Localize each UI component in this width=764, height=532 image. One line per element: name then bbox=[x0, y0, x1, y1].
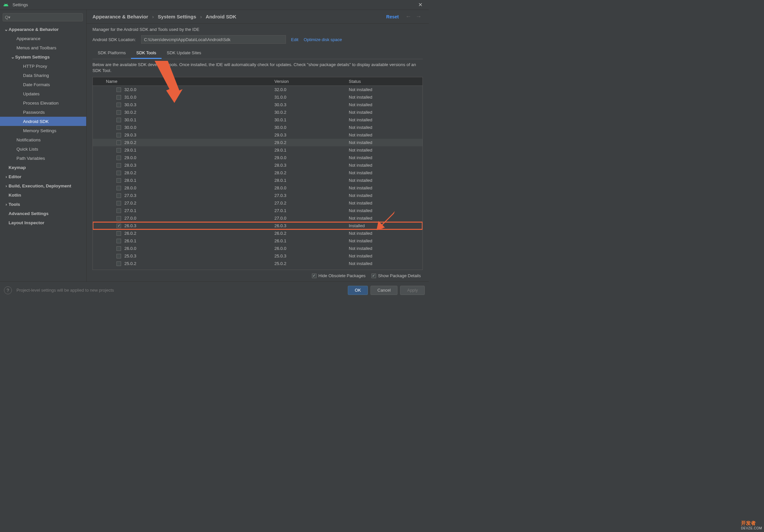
table-row[interactable]: 25.0.325.0.3Not installed bbox=[93, 252, 423, 260]
sidebar-item[interactable]: Advanced Settings bbox=[0, 209, 86, 218]
table-row[interactable]: 25.0.225.0.2Not installed bbox=[93, 260, 423, 267]
row-checkbox[interactable] bbox=[116, 261, 121, 266]
sdk-location-input[interactable] bbox=[141, 35, 286, 44]
row-checkbox[interactable] bbox=[116, 208, 121, 213]
sidebar-item[interactable]: Process Elevation bbox=[0, 98, 86, 107]
reset-link[interactable]: Reset bbox=[386, 14, 399, 19]
table-row[interactable]: 28.0.128.0.1Not installed bbox=[93, 177, 423, 184]
table-row[interactable]: 30.0.230.0.2Not installed bbox=[93, 108, 423, 116]
table-row[interactable]: 28.0.028.0.0Not installed bbox=[93, 184, 423, 192]
sidebar-item[interactable]: Layout Inspector bbox=[0, 218, 86, 227]
col-header-name[interactable]: Name bbox=[103, 77, 272, 85]
row-checkbox[interactable] bbox=[116, 140, 121, 145]
breadcrumb-part[interactable]: Android SDK bbox=[206, 14, 236, 19]
close-button[interactable]: ✕ bbox=[414, 0, 427, 10]
sidebar-item-label: Kotlin bbox=[9, 193, 21, 198]
row-checkbox[interactable] bbox=[116, 254, 121, 258]
table-row[interactable]: 29.0.029.0.0Not installed bbox=[93, 154, 423, 162]
search-input[interactable]: Q▾ bbox=[3, 13, 83, 21]
table-row[interactable]: 32.0.032.0.0Not installed bbox=[93, 86, 423, 93]
row-checkbox[interactable] bbox=[116, 95, 121, 100]
col-header-status[interactable]: Status bbox=[346, 77, 423, 85]
row-status: Not installed bbox=[346, 253, 423, 258]
row-checkbox[interactable] bbox=[116, 156, 121, 160]
back-arrow-icon[interactable]: ← bbox=[405, 13, 411, 20]
sidebar-item[interactable]: Quick Lists bbox=[0, 144, 86, 154]
sidebar-item[interactable]: Kotlin bbox=[0, 191, 86, 200]
sidebar-item[interactable]: Updates bbox=[0, 89, 86, 98]
row-checkbox[interactable] bbox=[116, 103, 121, 107]
table-row[interactable]: 29.0.329.0.3Not installed bbox=[93, 131, 423, 139]
table-row[interactable]: 27.0.127.0.1Not installed bbox=[93, 207, 423, 214]
tab[interactable]: SDK Tools bbox=[131, 48, 161, 59]
table-row[interactable]: 30.0.330.0.3Not installed bbox=[93, 101, 423, 108]
row-checkbox[interactable] bbox=[116, 163, 121, 168]
table-row[interactable]: 30.0.030.0.0Not installed bbox=[93, 124, 423, 131]
row-checkbox[interactable] bbox=[116, 171, 121, 175]
sidebar-item[interactable]: Keymap bbox=[0, 163, 86, 172]
row-checkbox[interactable] bbox=[116, 110, 121, 115]
cancel-button[interactable]: Cancel bbox=[370, 286, 397, 295]
row-checkbox[interactable] bbox=[116, 193, 121, 198]
row-checkbox[interactable] bbox=[116, 125, 121, 130]
sidebar-item[interactable]: Appearance bbox=[0, 34, 86, 43]
table-row[interactable]: 26.0.126.0.1Not installed bbox=[93, 237, 423, 245]
table-row[interactable]: 26.0.226.0.2Not installed bbox=[93, 229, 423, 237]
tab[interactable]: SDK Platforms bbox=[93, 48, 131, 59]
checkbox-icon bbox=[371, 274, 376, 278]
sidebar-item[interactable]: Android SDK bbox=[0, 117, 86, 126]
forward-arrow-icon[interactable]: → bbox=[416, 13, 422, 20]
sidebar-item[interactable]: Data Sharing bbox=[0, 71, 86, 80]
sidebar-item[interactable]: Passwords bbox=[0, 107, 86, 117]
sidebar-item[interactable]: ⌄System Settings bbox=[0, 52, 86, 62]
ok-button[interactable]: OK bbox=[348, 286, 368, 295]
table-row[interactable]: 29.0.229.0.2Not installed bbox=[93, 139, 423, 146]
breadcrumb-part[interactable]: Appearance & Behavior bbox=[93, 14, 148, 19]
row-status: Not installed bbox=[346, 148, 423, 153]
row-checkbox[interactable] bbox=[116, 148, 121, 153]
sidebar-item[interactable]: ›Build, Execution, Deployment bbox=[0, 181, 86, 191]
sidebar-item[interactable]: ⌄Appearance & Behavior bbox=[0, 25, 86, 34]
sidebar-item[interactable]: ›Editor bbox=[0, 172, 86, 181]
table-row[interactable]: 30.0.130.0.1Not installed bbox=[93, 116, 423, 124]
table-row[interactable]: 28.0.328.0.3Not installed bbox=[93, 162, 423, 169]
row-checkbox[interactable] bbox=[116, 87, 121, 92]
edit-link[interactable]: Edit bbox=[291, 37, 298, 42]
col-header-version[interactable]: Version bbox=[272, 77, 346, 85]
row-checkbox[interactable] bbox=[116, 216, 121, 221]
table-row[interactable]: 31.0.031.0.0Not installed bbox=[93, 93, 423, 101]
row-checkbox[interactable] bbox=[116, 223, 121, 228]
row-checkbox[interactable] bbox=[116, 133, 121, 137]
sidebar-item[interactable]: HTTP Proxy bbox=[0, 62, 86, 71]
row-checkbox[interactable] bbox=[116, 186, 121, 191]
table-row[interactable]: 26.0.026.0.0Not installed bbox=[93, 245, 423, 252]
show-package-details-checkbox[interactable]: Show Package Details bbox=[371, 273, 421, 278]
breadcrumb-separator: › bbox=[200, 14, 202, 19]
breadcrumb-part[interactable]: System Settings bbox=[158, 14, 196, 19]
hide-obsolete-checkbox[interactable]: Hide Obsolete Packages bbox=[312, 273, 366, 278]
table-row[interactable]: 28.0.228.0.2Not installed bbox=[93, 169, 423, 177]
row-checkbox[interactable] bbox=[116, 246, 121, 251]
row-checkbox[interactable] bbox=[116, 239, 121, 243]
sidebar-item[interactable]: Path Variables bbox=[0, 154, 86, 163]
apply-button[interactable]: Apply bbox=[400, 286, 425, 295]
table-row[interactable]: 26.0.326.0.3Installed bbox=[93, 222, 423, 229]
table-row[interactable]: 29.0.129.0.1Not installed bbox=[93, 146, 423, 154]
table-row[interactable]: 27.0.227.0.2Not installed bbox=[93, 199, 423, 207]
row-checkbox[interactable] bbox=[116, 231, 121, 236]
help-icon[interactable]: ? bbox=[4, 286, 12, 294]
optimize-link[interactable]: Optimize disk space bbox=[304, 37, 342, 42]
sidebar-item[interactable]: Memory Settings bbox=[0, 126, 86, 135]
sidebar-item[interactable]: ›Tools bbox=[0, 200, 86, 209]
tab[interactable]: SDK Update Sites bbox=[162, 48, 207, 59]
nav-arrows: ← → bbox=[404, 13, 423, 20]
sidebar-item[interactable]: Date Formats bbox=[0, 80, 86, 89]
sidebar-item[interactable]: Notifications bbox=[0, 135, 86, 144]
row-name: 27.0.1 bbox=[124, 208, 136, 213]
row-checkbox[interactable] bbox=[116, 201, 121, 205]
table-row[interactable]: 27.0.327.0.3Not installed bbox=[93, 192, 423, 199]
table-row[interactable]: 27.0.027.0.0Not installed bbox=[93, 214, 423, 222]
sidebar-item[interactable]: Menus and Toolbars bbox=[0, 43, 86, 52]
row-checkbox[interactable] bbox=[116, 178, 121, 183]
row-checkbox[interactable] bbox=[116, 118, 121, 122]
